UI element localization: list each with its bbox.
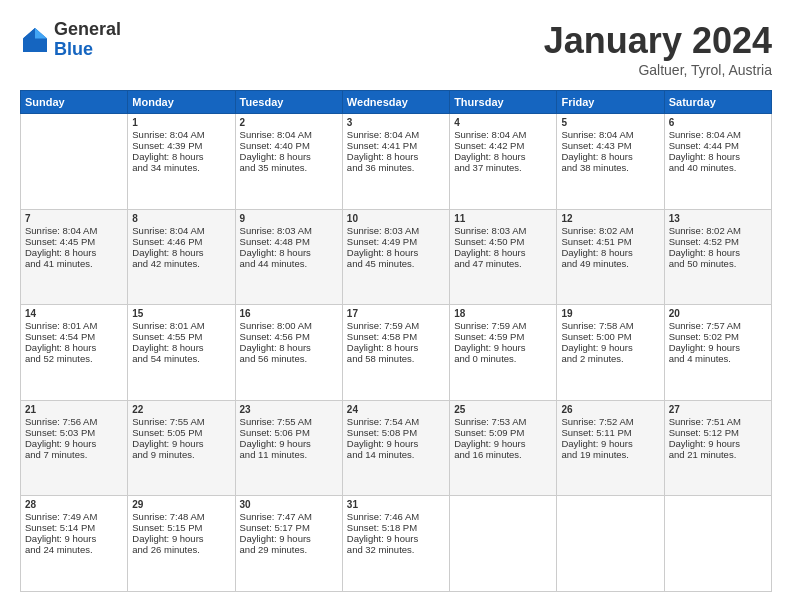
day-number: 19 [561, 308, 659, 319]
day-header-wednesday: Wednesday [342, 91, 449, 114]
calendar-cell [450, 496, 557, 592]
day-info: and 37 minutes. [454, 162, 552, 173]
day-info: Sunset: 4:59 PM [454, 331, 552, 342]
day-info: Sunset: 4:56 PM [240, 331, 338, 342]
day-info: Sunrise: 8:00 AM [240, 320, 338, 331]
week-row-3: 21Sunrise: 7:56 AMSunset: 5:03 PMDayligh… [21, 400, 772, 496]
day-info: Daylight: 8 hours [669, 151, 767, 162]
calendar-cell: 28Sunrise: 7:49 AMSunset: 5:14 PMDayligh… [21, 496, 128, 592]
day-number: 7 [25, 213, 123, 224]
day-number: 11 [454, 213, 552, 224]
day-info: Sunrise: 8:04 AM [669, 129, 767, 140]
logo-text: General Blue [54, 20, 121, 60]
day-number: 10 [347, 213, 445, 224]
day-info: Sunset: 4:42 PM [454, 140, 552, 151]
day-info: and 44 minutes. [240, 258, 338, 269]
day-number: 6 [669, 117, 767, 128]
day-number: 3 [347, 117, 445, 128]
logo-icon [20, 25, 50, 55]
day-header-monday: Monday [128, 91, 235, 114]
day-info: Daylight: 8 hours [240, 342, 338, 353]
day-info: Sunset: 4:40 PM [240, 140, 338, 151]
week-row-1: 7Sunrise: 8:04 AMSunset: 4:45 PMDaylight… [21, 209, 772, 305]
day-info: Daylight: 8 hours [454, 247, 552, 258]
calendar-cell: 3Sunrise: 8:04 AMSunset: 4:41 PMDaylight… [342, 114, 449, 210]
day-number: 15 [132, 308, 230, 319]
day-info: Daylight: 9 hours [132, 533, 230, 544]
calendar-cell: 14Sunrise: 8:01 AMSunset: 4:54 PMDayligh… [21, 305, 128, 401]
calendar-cell [557, 496, 664, 592]
day-info: Sunrise: 8:01 AM [25, 320, 123, 331]
day-info: and 0 minutes. [454, 353, 552, 364]
day-info: and 56 minutes. [240, 353, 338, 364]
day-info: Sunrise: 7:59 AM [347, 320, 445, 331]
calendar-cell: 2Sunrise: 8:04 AMSunset: 4:40 PMDaylight… [235, 114, 342, 210]
day-info: Daylight: 9 hours [561, 342, 659, 353]
logo-blue: Blue [54, 39, 93, 59]
svg-marker-2 [23, 28, 35, 39]
calendar-cell: 8Sunrise: 8:04 AMSunset: 4:46 PMDaylight… [128, 209, 235, 305]
day-info: Sunrise: 7:55 AM [132, 416, 230, 427]
day-number: 22 [132, 404, 230, 415]
day-info: Sunrise: 8:04 AM [561, 129, 659, 140]
day-header-sunday: Sunday [21, 91, 128, 114]
day-info: Daylight: 9 hours [347, 533, 445, 544]
day-info: Sunset: 4:55 PM [132, 331, 230, 342]
day-info: Daylight: 9 hours [454, 342, 552, 353]
day-info: Sunrise: 7:59 AM [454, 320, 552, 331]
day-info: Sunset: 4:44 PM [669, 140, 767, 151]
day-info: and 42 minutes. [132, 258, 230, 269]
day-info: and 41 minutes. [25, 258, 123, 269]
day-info: Sunset: 5:08 PM [347, 427, 445, 438]
day-number: 14 [25, 308, 123, 319]
calendar-cell: 11Sunrise: 8:03 AMSunset: 4:50 PMDayligh… [450, 209, 557, 305]
day-info: and 47 minutes. [454, 258, 552, 269]
day-info: and 2 minutes. [561, 353, 659, 364]
day-info: and 38 minutes. [561, 162, 659, 173]
day-info: Sunrise: 7:53 AM [454, 416, 552, 427]
day-info: Sunset: 5:03 PM [25, 427, 123, 438]
day-info: and 45 minutes. [347, 258, 445, 269]
day-number: 23 [240, 404, 338, 415]
day-info: and 26 minutes. [132, 544, 230, 555]
day-number: 5 [561, 117, 659, 128]
day-info: and 4 minutes. [669, 353, 767, 364]
calendar-cell: 18Sunrise: 7:59 AMSunset: 4:59 PMDayligh… [450, 305, 557, 401]
day-number: 20 [669, 308, 767, 319]
calendar-cell: 9Sunrise: 8:03 AMSunset: 4:48 PMDaylight… [235, 209, 342, 305]
day-info: Sunset: 4:48 PM [240, 236, 338, 247]
day-info: Daylight: 8 hours [25, 247, 123, 258]
logo: General Blue [20, 20, 121, 60]
calendar-cell: 19Sunrise: 7:58 AMSunset: 5:00 PMDayligh… [557, 305, 664, 401]
day-header-saturday: Saturday [664, 91, 771, 114]
day-number: 21 [25, 404, 123, 415]
day-number: 16 [240, 308, 338, 319]
day-info: Sunrise: 7:56 AM [25, 416, 123, 427]
day-info: Daylight: 8 hours [132, 151, 230, 162]
day-info: Sunrise: 8:02 AM [669, 225, 767, 236]
day-info: Daylight: 9 hours [347, 438, 445, 449]
day-info: Daylight: 9 hours [454, 438, 552, 449]
day-info: and 40 minutes. [669, 162, 767, 173]
day-info: Sunrise: 7:57 AM [669, 320, 767, 331]
day-info: Sunset: 4:54 PM [25, 331, 123, 342]
day-info: Sunrise: 8:04 AM [132, 225, 230, 236]
day-info: Sunset: 4:49 PM [347, 236, 445, 247]
day-info: Sunrise: 8:04 AM [454, 129, 552, 140]
logo-general: General [54, 19, 121, 39]
day-info: Sunrise: 8:04 AM [347, 129, 445, 140]
svg-marker-1 [35, 28, 47, 39]
day-info: and 34 minutes. [132, 162, 230, 173]
calendar-cell [664, 496, 771, 592]
page: General Blue January 2024 Galtuer, Tyrol… [0, 0, 792, 612]
day-info: Sunset: 4:50 PM [454, 236, 552, 247]
day-info: Sunset: 5:18 PM [347, 522, 445, 533]
day-info: Sunset: 5:11 PM [561, 427, 659, 438]
day-info: Daylight: 9 hours [669, 438, 767, 449]
calendar-cell: 6Sunrise: 8:04 AMSunset: 4:44 PMDaylight… [664, 114, 771, 210]
day-info: Sunrise: 7:55 AM [240, 416, 338, 427]
day-info: Sunrise: 8:04 AM [240, 129, 338, 140]
day-info: Sunset: 5:17 PM [240, 522, 338, 533]
calendar-cell: 4Sunrise: 8:04 AMSunset: 4:42 PMDaylight… [450, 114, 557, 210]
day-number: 1 [132, 117, 230, 128]
